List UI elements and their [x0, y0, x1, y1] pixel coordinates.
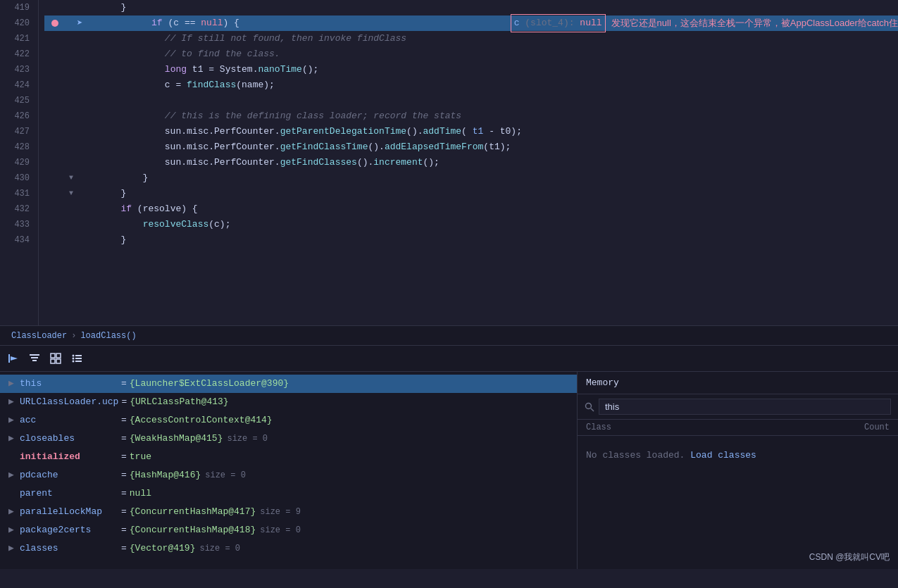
var-list[interactable]: ▶this = {Launcher$ExtClassLoader@390}▶UR… — [0, 372, 577, 569]
svg-point-10 — [73, 361, 75, 363]
var-equals: = — [121, 484, 127, 503]
fold-icon[interactable] — [66, 95, 77, 106]
var-name: package2certs — [20, 521, 118, 539]
code-line[interactable]: long t1 = System.nanoTime(); — [44, 62, 898, 77]
var-equals: = — [121, 503, 127, 521]
memory-empty-message: No classes loaded. Load classes — [578, 436, 898, 475]
fold-icon[interactable] — [66, 2, 77, 13]
list-icon[interactable] — [69, 351, 85, 366]
step-icon[interactable] — [6, 351, 21, 366]
fold-icon[interactable] — [66, 33, 77, 44]
fold-icon[interactable] — [66, 157, 77, 168]
var-equals: = — [121, 448, 127, 466]
debug-toolbar — [0, 345, 898, 372]
code-text: // this is the defining class loader; re… — [77, 108, 898, 124]
fold-icon[interactable] — [66, 126, 77, 137]
breadcrumb-method[interactable]: loadClass() — [80, 331, 136, 341]
var-item[interactable]: ▶package2certs = {ConcurrentHashMap@418}… — [0, 521, 577, 539]
search-icon — [585, 402, 594, 412]
var-value: {ConcurrentHashMap@418} — [130, 521, 256, 539]
fold-icon[interactable] — [66, 49, 77, 60]
line-number: 433 — [8, 217, 30, 232]
code-text: c = findClass(name); — [77, 77, 898, 93]
var-value: {URLClassPath@413} — [130, 393, 228, 411]
fold-icon[interactable] — [66, 80, 77, 91]
code-line[interactable]: sun.misc.PerfCounter.getFindClassTime().… — [44, 139, 898, 155]
var-item[interactable]: ▶parallelLockMap = {ConcurrentHashMap@41… — [0, 503, 577, 521]
var-value: {AccessControlContext@414} — [130, 411, 273, 430]
code-text: if (resolve) { — [77, 201, 898, 217]
code-text: } — [77, 186, 898, 201]
code-line[interactable]: } — [44, 232, 898, 248]
var-item[interactable]: parent = null — [0, 484, 577, 503]
code-line[interactable] — [44, 93, 898, 108]
var-value: true — [130, 448, 151, 466]
load-classes-link[interactable]: Load classes — [690, 450, 756, 461]
svg-rect-5 — [56, 354, 61, 358]
var-item[interactable]: ▶acc = {AccessControlContext@414} — [0, 411, 577, 430]
fold-icon[interactable] — [66, 204, 77, 215]
code-line[interactable]: // If still not found, then invoke findC… — [44, 31, 898, 46]
svg-marker-0 — [11, 356, 18, 361]
breadcrumb-class[interactable]: ClassLoader — [11, 331, 67, 341]
code-lines[interactable]: }➤ if (c == null) {c (slot_4): null发现它还是… — [39, 0, 898, 325]
var-item[interactable]: ▶pdcache = {HashMap@416} size = 0 — [0, 466, 577, 484]
var-item[interactable]: ▶closeables = {WeakHashMap@415} size = 0 — [0, 430, 577, 448]
memory-title: Memory — [578, 372, 898, 394]
svg-point-8 — [73, 355, 75, 357]
filter-icon[interactable] — [27, 351, 42, 366]
var-item[interactable]: ▶classes = {Vector@419} size = 0 — [0, 539, 577, 558]
code-line[interactable]: c = findClass(name); — [44, 77, 898, 93]
fold-icon[interactable]: ▼ — [66, 173, 77, 184]
var-value: {WeakHashMap@415} — [130, 430, 223, 448]
current-line-arrow: ➤ — [77, 15, 82, 31]
expand-icon: ▶ — [8, 539, 17, 558]
line-number: 432 — [8, 201, 30, 217]
breadcrumb-bar: ClassLoader › loadClass() — [0, 325, 898, 345]
breadcrumb-sep: › — [71, 331, 76, 341]
svg-rect-11 — [75, 355, 82, 356]
line-number: 429 — [8, 155, 30, 170]
var-meta: size = 0 — [199, 539, 240, 558]
code-line[interactable]: ▼ } — [44, 186, 898, 201]
fold-icon[interactable] — [66, 111, 77, 122]
memory-search-bar[interactable] — [578, 394, 898, 420]
svg-rect-3 — [32, 360, 37, 361]
var-meta: size = 0 — [227, 430, 268, 448]
line-number: 425 — [8, 93, 30, 108]
svg-rect-7 — [56, 359, 61, 363]
var-item[interactable]: ▶this = {Launcher$ExtClassLoader@390} — [0, 375, 577, 393]
var-item[interactable]: initialized = true — [0, 448, 577, 466]
expand-icon: ▶ — [8, 375, 17, 393]
fold-icon[interactable] — [66, 219, 77, 230]
svg-point-14 — [586, 403, 592, 408]
var-name: parent — [20, 484, 118, 503]
fold-icon[interactable] — [66, 18, 77, 29]
code-line[interactable]: if (resolve) { — [44, 201, 898, 217]
code-line[interactable]: // to find the class. — [44, 46, 898, 62]
expand-icon: ▶ — [8, 411, 17, 430]
var-item[interactable]: ▶URLClassLoader.ucp = {URLClassPath@413} — [0, 393, 577, 411]
code-line[interactable]: sun.misc.PerfCounter.getFindClasses().in… — [44, 155, 898, 170]
code-line[interactable]: } — [44, 0, 898, 15]
code-text: sun.misc.PerfCounter.getFindClasses().in… — [77, 155, 898, 170]
memory-search-input[interactable] — [599, 399, 891, 415]
code-text: sun.misc.PerfCounter.getFindClassTime().… — [77, 139, 898, 155]
var-value: {Launcher$ExtClassLoader@390} — [130, 375, 289, 393]
code-line[interactable]: ➤ if (c == null) {c (slot_4): null发现它还是n… — [44, 15, 898, 31]
fold-icon[interactable] — [66, 64, 77, 75]
code-text: } — [77, 0, 898, 15]
code-line[interactable]: sun.misc.PerfCounter.getParentDelegation… — [44, 124, 898, 139]
fold-icon[interactable]: ▼ — [66, 188, 77, 199]
code-text: // If still not found, then invoke findC… — [77, 31, 898, 46]
code-line[interactable]: ▼ } — [44, 170, 898, 186]
var-name: this — [20, 375, 118, 393]
var-value: {ConcurrentHashMap@417} — [130, 503, 256, 521]
var-meta: size = 9 — [260, 503, 301, 521]
fold-icon[interactable] — [66, 234, 77, 246]
code-container: 4194204214224234244254264274284294304314… — [0, 0, 898, 325]
fold-icon[interactable] — [66, 142, 77, 153]
grid-icon[interactable] — [48, 351, 63, 366]
code-line[interactable]: resolveClass(c); — [44, 217, 898, 232]
code-line[interactable]: // this is the defining class loader; re… — [44, 108, 898, 124]
